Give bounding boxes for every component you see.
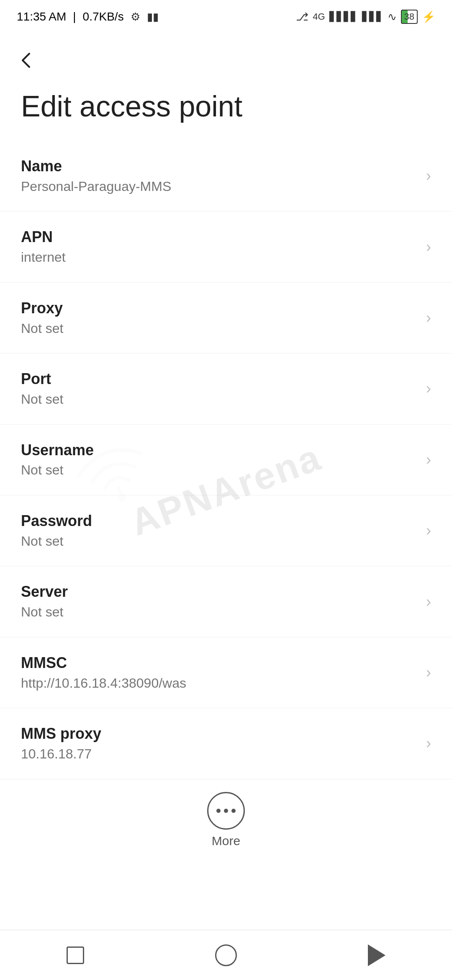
video-icon: ▮▮: [147, 10, 159, 23]
settings-item-proxy[interactable]: Proxy Not set ›: [0, 283, 452, 353]
item-server-text: Server Not set: [21, 582, 418, 621]
chevron-mmsc-icon: ›: [426, 664, 431, 681]
nav-bar: [0, 930, 452, 980]
settings-item-name[interactable]: Name Personal-Paraguay-MMS ›: [0, 141, 452, 211]
settings-item-apn[interactable]: APN internet ›: [0, 211, 452, 282]
item-server-label: Server: [21, 582, 418, 602]
item-mms-proxy-value: 10.16.18.77: [21, 745, 418, 763]
back-arrow-icon: [17, 50, 37, 70]
back-nav-icon: [368, 944, 385, 966]
item-proxy-value: Not set: [21, 320, 418, 338]
item-mmsc-label: MMSC: [21, 653, 418, 673]
back-button[interactable]: [0, 34, 452, 80]
nav-recents-button[interactable]: [59, 939, 92, 972]
settings-item-port[interactable]: Port Not set ›: [0, 353, 452, 424]
item-server-value: Not set: [21, 603, 418, 621]
speed-label: 0.7KB/s: [83, 10, 124, 23]
item-proxy-text: Proxy Not set: [21, 299, 418, 337]
chevron-mms-proxy-icon: ›: [426, 735, 431, 752]
bluetooth-icon: ⎇: [296, 10, 308, 23]
settings-item-username[interactable]: Username Not set ›: [0, 425, 452, 495]
home-icon: [215, 944, 237, 966]
item-password-label: Password: [21, 511, 418, 531]
chevron-server-icon: ›: [426, 593, 431, 611]
settings-list: Name Personal-Paraguay-MMS › APN interne…: [0, 141, 452, 779]
item-password-value: Not set: [21, 533, 418, 550]
item-mms-proxy-text: MMS proxy 10.16.18.77: [21, 724, 418, 763]
chevron-proxy-icon: ›: [426, 309, 431, 327]
item-port-value: Not set: [21, 391, 418, 408]
chevron-password-icon: ›: [426, 522, 431, 539]
chevron-username-icon: ›: [426, 451, 431, 469]
chevron-apn-icon: ›: [426, 238, 431, 256]
more-button[interactable]: More: [0, 779, 452, 856]
battery-indicator: 38: [401, 10, 418, 24]
nav-home-button[interactable]: [209, 939, 243, 972]
more-label: More: [212, 834, 240, 848]
item-name-text: Name Personal-Paraguay-MMS: [21, 157, 418, 195]
more-dots: [216, 809, 236, 813]
item-mmsc-value: http://10.16.18.4:38090/was: [21, 675, 418, 692]
item-name-label: Name: [21, 157, 418, 176]
chevron-name-icon: ›: [426, 167, 431, 185]
speed-separator: |: [73, 10, 76, 23]
item-username-text: Username Not set: [21, 441, 418, 479]
chevron-port-icon: ›: [426, 380, 431, 397]
network-4g-icon: 4G: [313, 11, 325, 22]
settings-item-mmsc[interactable]: MMSC http://10.16.18.4:38090/was ›: [0, 637, 452, 708]
more-circle-icon: [207, 792, 245, 830]
item-port-text: Port Not set: [21, 369, 418, 408]
dot-2: [224, 809, 228, 813]
item-username-label: Username: [21, 441, 418, 460]
wifi-icon: ∿: [388, 10, 397, 23]
status-right: ⎇ 4G ▋▋▋▋ ▋▋▋ ∿ 38 ⚡: [296, 10, 435, 24]
time-label: 11:35 AM: [17, 10, 66, 23]
settings-item-mms-proxy[interactable]: MMS proxy 10.16.18.77 ›: [0, 708, 452, 779]
item-proxy-label: Proxy: [21, 299, 418, 318]
signal2-icon: ▋▋▋: [362, 11, 383, 22]
item-apn-value: internet: [21, 249, 418, 266]
charging-icon: ⚡: [422, 10, 435, 23]
item-name-value: Personal-Paraguay-MMS: [21, 178, 418, 196]
dot-3: [231, 809, 236, 813]
item-port-label: Port: [21, 369, 418, 389]
item-password-text: Password Not set: [21, 511, 418, 550]
signal-icon: ▋▋▋▋: [329, 11, 358, 22]
dot-1: [216, 809, 221, 813]
item-mmsc-text: MMSC http://10.16.18.4:38090/was: [21, 653, 418, 692]
settings-icon: ⚙: [131, 10, 140, 23]
settings-item-password[interactable]: Password Not set ›: [0, 495, 452, 566]
recents-icon: [67, 946, 84, 964]
item-apn-label: APN: [21, 227, 418, 247]
page-title: Edit access point: [0, 80, 452, 141]
status-bar: 11:35 AM | 0.7KB/s ⚙ ▮▮ ⎇ 4G ▋▋▋▋ ▋▋▋ ∿ …: [0, 0, 452, 34]
nav-back-button[interactable]: [360, 939, 393, 972]
item-apn-text: APN internet: [21, 227, 418, 266]
status-left: 11:35 AM | 0.7KB/s ⚙ ▮▮: [17, 10, 159, 23]
item-mms-proxy-label: MMS proxy: [21, 724, 418, 744]
settings-item-server[interactable]: Server Not set ›: [0, 566, 452, 637]
item-username-value: Not set: [21, 462, 418, 479]
